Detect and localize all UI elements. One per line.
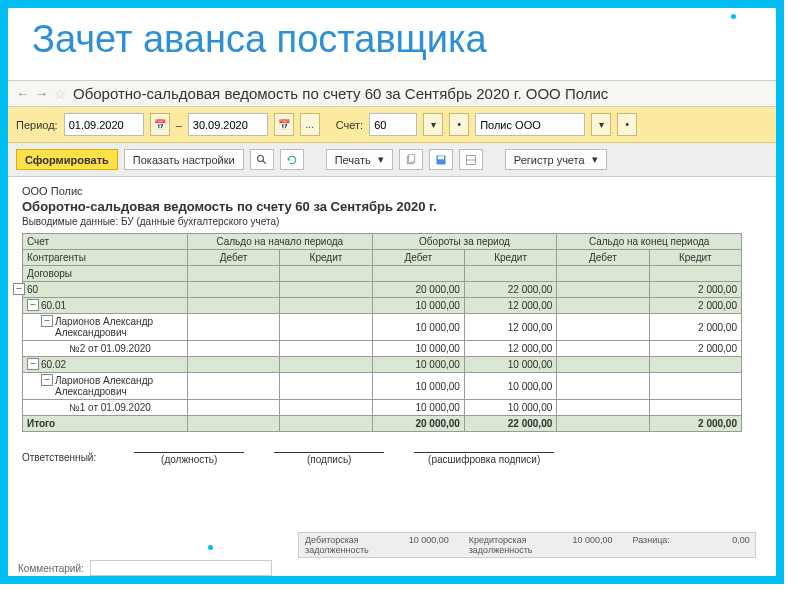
cell-sd (187, 282, 279, 298)
org-input[interactable] (475, 113, 585, 136)
date-from-input[interactable] (64, 113, 144, 136)
cell-ec: 2 000,00 (649, 314, 741, 341)
svg-line-1 (262, 160, 265, 163)
filter-bar: Период: 📅 – 📅 ... Счет: ▾ • ▾ • (8, 107, 776, 143)
total-row: Итого 20 000,00 22 000,00 2 000,00 (23, 416, 742, 432)
slide-frame: Зачет аванса поставщика ← → ☆ Оборотно-с… (0, 0, 784, 584)
cell-sc (280, 357, 372, 373)
cell-sc (280, 298, 372, 314)
nav-fwd-icon[interactable]: → (35, 86, 48, 101)
calendar-to-icon[interactable]: 📅 (274, 113, 294, 136)
tree-toggle-icon[interactable]: – (13, 283, 25, 295)
table-row[interactable]: –Ларионов Александр Александрович10 000,… (23, 373, 742, 400)
document-window: ← → ☆ Оборотно-сальдовая ведомость по сч… (8, 80, 776, 473)
sig-position: (должность) (134, 452, 244, 465)
cell-td: 10 000,00 (372, 298, 464, 314)
table-row[interactable]: –6020 000,0022 000,002 000,00 (23, 282, 742, 298)
copy-icon[interactable] (399, 149, 423, 170)
col-turnover: Обороты за период (372, 234, 557, 250)
org-dropdown-icon[interactable]: ▾ (591, 113, 611, 136)
row-name: №2 от 01.09.2020 (23, 341, 188, 357)
cell-ec (649, 373, 741, 400)
show-settings-button[interactable]: Показать настройки (124, 149, 244, 170)
account-select-icon[interactable]: • (449, 113, 469, 136)
cell-ed (557, 298, 649, 314)
save-icon[interactable] (429, 149, 453, 170)
stat-diff: 0,00 (690, 535, 750, 555)
account-input[interactable] (369, 113, 417, 136)
col-sc: Кредит (280, 250, 372, 266)
col-account: Счет (23, 234, 188, 250)
register-button[interactable]: Регистр учета ▾ (505, 149, 607, 170)
stat-diff-label: Разница: (632, 535, 669, 555)
org-select-icon[interactable]: • (617, 113, 637, 136)
stat-deb: 10 000,00 (389, 535, 449, 555)
cell-tc: 12 000,00 (464, 314, 556, 341)
refresh-icon[interactable] (280, 149, 304, 170)
period-picker-button[interactable]: ... (300, 113, 320, 136)
cell-tc: 10 000,00 (464, 400, 556, 416)
comment-input[interactable] (90, 560, 272, 576)
tree-toggle-icon[interactable]: – (41, 315, 53, 327)
cell-sd (187, 298, 279, 314)
cell-td: 10 000,00 (372, 357, 464, 373)
row-name: –60.02 (23, 357, 188, 373)
table-row[interactable]: –Ларионов Александр Александрович10 000,… (23, 314, 742, 341)
tree-toggle-icon[interactable]: – (27, 299, 39, 311)
account-dropdown-icon[interactable]: ▾ (423, 113, 443, 136)
search-icon[interactable] (250, 149, 274, 170)
cell-ed (557, 314, 649, 341)
col-start: Сальдо на начало периода (187, 234, 372, 250)
cell-td: 10 000,00 (372, 341, 464, 357)
cell-sc (280, 400, 372, 416)
row-name: –60.01 (23, 298, 188, 314)
cell-td: 20 000,00 (372, 282, 464, 298)
status-bar: Дебиторская задолженность 10 000,00 Кред… (298, 532, 756, 558)
sig-decode: (расшифровка подписи) (414, 452, 554, 465)
col-ed: Дебет (557, 250, 649, 266)
period-label: Период: (16, 119, 58, 131)
date-to-input[interactable] (188, 113, 268, 136)
svg-rect-5 (438, 156, 444, 159)
cell-ec (649, 400, 741, 416)
cell-td: 10 000,00 (372, 373, 464, 400)
cell-sd (187, 400, 279, 416)
cell-tc: 22 000,00 (464, 282, 556, 298)
window-titlebar: ← → ☆ Оборотно-сальдовая ведомость по сч… (8, 80, 776, 107)
comment-label: Комментарий: (18, 563, 84, 574)
sig-sign: (подпись) (274, 452, 384, 465)
cell-sc (280, 282, 372, 298)
slide-title: Зачет аванса поставщика (8, 8, 776, 67)
decorative-dot (731, 14, 736, 19)
tree-toggle-icon[interactable]: – (41, 374, 53, 386)
cell-ec: 2 000,00 (649, 298, 741, 314)
decorative-dot (208, 545, 213, 550)
cell-sd (187, 314, 279, 341)
report-title: Оборотно-сальдовая ведомость по счету 60… (22, 199, 762, 214)
col-contracts: Договоры (23, 266, 188, 282)
col-ec: Кредит (649, 250, 741, 266)
cell-sd (187, 357, 279, 373)
window-title: Оборотно-сальдовая ведомость по счету 60… (73, 85, 608, 102)
favorite-star-icon[interactable]: ☆ (54, 86, 67, 102)
table-row[interactable]: –60.0210 000,0010 000,00 (23, 357, 742, 373)
generate-button[interactable]: Сформировать (16, 149, 118, 170)
stat-cred-label: Кредиторская задолженность (469, 535, 533, 555)
col-td: Дебет (372, 250, 464, 266)
table-row[interactable]: №1 от 01.09.202010 000,0010 000,00 (23, 400, 742, 416)
date-dash: – (176, 119, 182, 131)
table-row[interactable]: –60.0110 000,0012 000,002 000,00 (23, 298, 742, 314)
tree-toggle-icon[interactable]: – (27, 358, 39, 370)
cell-sd (187, 341, 279, 357)
report-table: Счет Сальдо на начало периода Обороты за… (22, 233, 742, 432)
col-tc: Кредит (464, 250, 556, 266)
cell-ec: 2 000,00 (649, 341, 741, 357)
table-row[interactable]: №2 от 01.09.202010 000,0012 000,002 000,… (23, 341, 742, 357)
nav-back-icon[interactable]: ← (16, 86, 29, 101)
cell-sc (280, 373, 372, 400)
export-icon[interactable] (459, 149, 483, 170)
cell-ec (649, 357, 741, 373)
stat-deb-label: Дебиторская задолженность (305, 535, 369, 555)
calendar-from-icon[interactable]: 📅 (150, 113, 170, 136)
print-button[interactable]: Печать ▾ (326, 149, 393, 170)
